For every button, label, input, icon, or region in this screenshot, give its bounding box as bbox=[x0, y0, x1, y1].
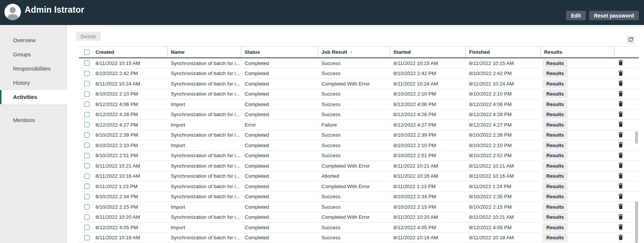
delete-row-button[interactable] bbox=[618, 59, 624, 67]
avatar bbox=[4, 4, 21, 20]
delete-row-button[interactable] bbox=[618, 131, 624, 139]
delete-row-button[interactable] bbox=[618, 162, 624, 170]
results-button[interactable]: Results bbox=[543, 121, 568, 129]
delete-row-button[interactable] bbox=[618, 121, 624, 129]
delete-row-button[interactable] bbox=[618, 172, 624, 180]
results-button[interactable]: Results bbox=[543, 192, 568, 201]
delete-row-button[interactable] bbox=[618, 80, 624, 88]
cell-finished: 8/11/2022 10:16 AM bbox=[466, 173, 541, 179]
delete-row-button[interactable] bbox=[618, 193, 624, 201]
row-checkbox[interactable] bbox=[84, 71, 89, 76]
results-button[interactable]: Results bbox=[543, 90, 568, 98]
results-button[interactable]: Results bbox=[543, 151, 568, 160]
select-all-checkbox[interactable] bbox=[84, 50, 89, 55]
cell-started: 8/10/2022 2:42 PM bbox=[390, 71, 466, 76]
sidebar-item-history[interactable]: History bbox=[0, 76, 67, 90]
row-checkbox[interactable] bbox=[84, 235, 89, 240]
delete-row-button[interactable] bbox=[618, 110, 624, 119]
row-checkbox[interactable] bbox=[84, 112, 89, 117]
results-button[interactable]: Results bbox=[543, 203, 568, 211]
cell-job-result: Aborted bbox=[318, 173, 390, 179]
cell-started: 8/10/2022 2:15 PM bbox=[390, 204, 466, 210]
sidebar-item-activities[interactable]: Activities bbox=[0, 90, 67, 104]
cell-created: 8/12/2022 4:06 PM bbox=[92, 102, 167, 107]
sidebar-item-mentions[interactable]: Mentions bbox=[0, 113, 67, 127]
row-checkbox[interactable] bbox=[84, 102, 89, 107]
cell-finished: 8/11/2022 10:21 AM bbox=[466, 214, 541, 220]
row-checkbox[interactable] bbox=[84, 174, 89, 179]
results-button[interactable]: Results bbox=[543, 131, 568, 139]
column-header-job-result[interactable]: Job Result ↑ bbox=[318, 47, 390, 57]
row-checkbox[interactable] bbox=[84, 163, 89, 168]
row-checkbox[interactable] bbox=[84, 91, 89, 97]
cell-job-result: Success bbox=[318, 235, 390, 240]
delete-row-button[interactable] bbox=[618, 100, 624, 108]
results-button[interactable]: Results bbox=[543, 182, 568, 191]
delete-row-button[interactable] bbox=[618, 152, 624, 160]
row-checkbox[interactable] bbox=[84, 133, 89, 138]
reset-password-button[interactable]: Reset password bbox=[589, 11, 639, 20]
sidebar-item-overview[interactable]: Overview bbox=[0, 33, 67, 47]
column-header-created[interactable]: Created bbox=[92, 47, 167, 57]
results-button[interactable]: Results bbox=[543, 80, 568, 88]
row-checkbox[interactable] bbox=[84, 81, 89, 86]
cell-started: 8/11/2022 10:15 AM bbox=[390, 60, 466, 66]
results-button[interactable]: Results bbox=[543, 110, 568, 119]
delete-row-button[interactable] bbox=[618, 203, 624, 211]
sidebar-item-responsibilities[interactable]: Responsibilities bbox=[0, 62, 67, 76]
delete-row-button[interactable] bbox=[618, 90, 624, 98]
column-header-started[interactable]: Started bbox=[390, 47, 466, 57]
column-header-name[interactable]: Name bbox=[167, 47, 241, 57]
scrollbar-thumb-lower[interactable] bbox=[635, 202, 638, 243]
row-checkbox[interactable] bbox=[84, 225, 89, 230]
delete-row-button[interactable] bbox=[618, 213, 624, 221]
row-checkbox[interactable] bbox=[84, 184, 89, 189]
trash-icon bbox=[618, 224, 623, 231]
delete-row-button[interactable] bbox=[618, 141, 624, 149]
row-checkbox[interactable] bbox=[84, 60, 89, 66]
results-button[interactable]: Results bbox=[543, 223, 568, 232]
results-button[interactable]: Results bbox=[543, 213, 568, 221]
results-button[interactable]: Results bbox=[543, 100, 568, 109]
row-checkbox[interactable] bbox=[84, 143, 89, 148]
sidebar-secondary-group: Mentions bbox=[0, 106, 67, 127]
cell-status: Completed bbox=[241, 132, 318, 138]
results-button[interactable]: Results bbox=[543, 69, 568, 78]
cell-job-result: Success bbox=[318, 143, 390, 148]
results-button[interactable]: Results bbox=[543, 172, 568, 180]
results-button[interactable]: Results bbox=[543, 162, 568, 170]
row-checkbox[interactable] bbox=[84, 204, 89, 209]
cell-finished: 8/11/2022 10:21 AM bbox=[466, 163, 541, 169]
column-header-status[interactable]: Status bbox=[241, 47, 318, 57]
cell-name: Synchronization of batch for i... bbox=[167, 71, 241, 76]
cell-name: Synchronization of batch for i... bbox=[167, 91, 241, 97]
column-header-finished[interactable]: Finished bbox=[466, 47, 541, 57]
cell-started: 8/10/2022 2:10 PM bbox=[390, 143, 466, 148]
delete-button[interactable]: Delete bbox=[76, 32, 101, 41]
person-icon bbox=[4, 4, 21, 20]
row-checkbox[interactable] bbox=[84, 215, 89, 220]
cell-job-result: Success bbox=[318, 225, 390, 230]
sort-ascending-icon[interactable]: ↑ bbox=[350, 49, 353, 55]
cell-job-result: Failure bbox=[318, 122, 390, 128]
scrollbar-thumb-upper[interactable] bbox=[635, 131, 638, 144]
cell-created: 8/12/2022 4:28 PM bbox=[92, 112, 167, 117]
row-checkbox[interactable] bbox=[84, 122, 89, 127]
results-button[interactable]: Results bbox=[543, 141, 568, 150]
trash-icon bbox=[618, 162, 623, 169]
sidebar-item-groups[interactable]: Groups bbox=[0, 47, 67, 62]
delete-row-button[interactable] bbox=[618, 234, 624, 242]
delete-row-button[interactable] bbox=[618, 223, 624, 231]
delete-row-button[interactable] bbox=[618, 182, 624, 190]
row-checkbox[interactable] bbox=[84, 153, 89, 158]
row-checkbox[interactable] bbox=[84, 194, 89, 199]
results-button[interactable]: Results bbox=[543, 59, 568, 68]
delete-row-button[interactable] bbox=[618, 69, 624, 78]
column-header-results[interactable]: Results bbox=[541, 47, 615, 57]
refresh-button[interactable] bbox=[626, 36, 635, 44]
cell-finished: 8/12/2022 4:06 PM bbox=[466, 102, 541, 107]
edit-button[interactable]: Edit bbox=[566, 11, 585, 20]
main-content: Delete Created Name Status Job Result ↑ … bbox=[67, 25, 644, 243]
results-button[interactable]: Results bbox=[543, 233, 568, 242]
activities-table: Created Name Status Job Result ↑ Started… bbox=[79, 46, 639, 243]
